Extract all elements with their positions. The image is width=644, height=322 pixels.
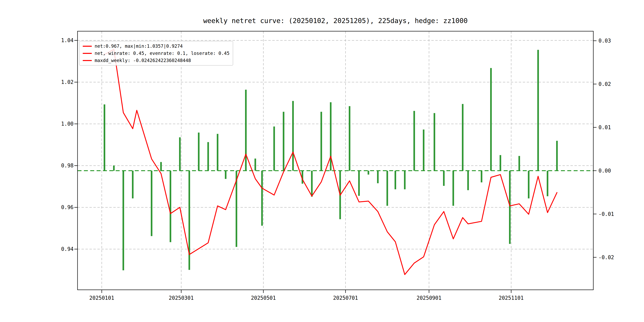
weekly-return-bar [404,171,406,190]
weekly-return-bar [170,171,171,242]
weekly-return-bar [462,104,464,171]
weekly-return-bar [481,171,482,182]
legend-item: maxdd_weekly: -0.024262422360248448 [83,57,230,64]
right-tick-label: -0.01 [598,211,626,217]
weekly-return-bar [423,130,424,171]
weekly-return-bar [179,137,181,171]
weekly-return-bar [443,171,445,186]
weekly-return-bar [368,171,369,175]
weekly-return-bar [283,112,284,170]
weekly-return-bar [292,101,294,171]
weekly-return-bar [273,126,275,170]
legend-item-label: net, winrate: 0.45, evenrate: 0.1, loser… [94,51,230,56]
plot-frame [78,31,593,290]
weekly-return-bar [467,171,469,190]
weekly-return-bar [518,156,520,171]
weekly-return-bar [556,141,558,170]
weekly-return-bar [386,171,388,206]
weekly-return-bar [151,171,152,236]
x-tick-label: 20250701 [328,295,363,301]
right-tick-label: 0.01 [598,124,626,130]
weekly-return-bar [104,104,105,170]
legend-line-swatch [83,60,92,61]
weekly-return-bar [349,106,350,171]
right-tick-label: 0.02 [598,81,626,87]
weekly-return-bar [198,132,200,171]
weekly-return-bar [207,142,209,171]
weekly-return-bar [394,171,396,190]
legend-item: net:0.967, max|min:1.0357|0.9274 [83,43,230,49]
weekly-return-bar [132,171,134,198]
left-tick-label: 1.02 [50,79,74,85]
weekly-return-bar [509,171,511,244]
right-tick-label: 0.00 [598,168,626,174]
legend-item-label: net:0.967, max|min:1.0357|0.9274 [94,44,183,49]
weekly-return-bar [217,134,218,170]
weekly-return-bar [490,68,492,170]
weekly-return-bar [311,171,313,197]
x-tick-label: 20250301 [164,295,199,301]
right-tick-label: 0.03 [598,38,626,44]
x-tick-label: 20250501 [246,295,281,301]
left-tick-label: 0.96 [50,204,74,210]
left-tick-label: 0.98 [50,162,74,168]
weekly-return-bar [261,171,263,226]
weekly-return-bar [500,155,501,170]
right-tick-label: -0.02 [598,254,626,260]
weekly-return-bar [254,158,256,171]
weekly-return-bar [547,171,548,196]
weekly-return-bar [537,50,539,171]
figure: weekly netret curve: (20250102, 20251205… [0,0,644,322]
weekly-return-bar [160,162,162,171]
legend-line-swatch [83,53,92,54]
weekly-return-bar [225,171,226,179]
weekly-return-bar [320,112,322,170]
weekly-return-bar [377,171,379,183]
weekly-return-bar [452,171,454,206]
x-tick-label: 20251101 [493,295,529,301]
weekly-return-bar [122,171,124,270]
weekly-return-bar [245,90,247,171]
legend-item: net, winrate: 0.45, evenrate: 0.1, loser… [83,50,230,56]
weekly-return-bar [358,171,360,196]
x-tick-label: 20250101 [84,295,120,301]
legend: net:0.967, max|min:1.0357|0.9274net, win… [79,41,233,66]
left-tick-label: 1.04 [50,37,74,43]
weekly-return-bar [434,113,435,171]
weekly-return-bar [113,166,115,171]
legend-line-swatch [83,46,92,47]
x-tick-label: 20250901 [411,295,447,301]
left-tick-label: 1.00 [50,121,74,127]
weekly-return-bar [188,171,190,270]
legend-item-label: maxdd_weekly: -0.024262422360248448 [94,58,191,63]
left-tick-label: 0.94 [50,246,74,252]
weekly-return-bar [528,171,530,198]
weekly-return-bar [414,111,415,171]
